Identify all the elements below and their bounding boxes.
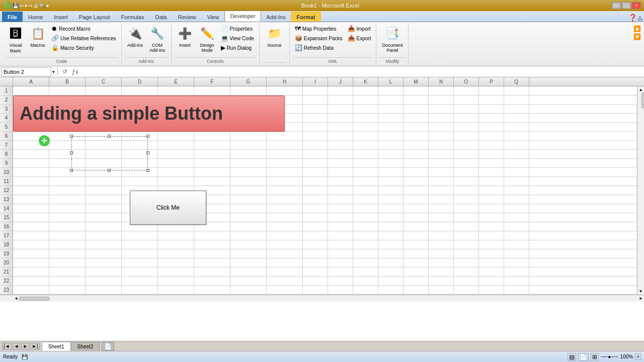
grid-cell[interactable]: [194, 267, 230, 276]
grid-cell[interactable]: [353, 204, 378, 213]
grid-cell[interactable]: [13, 150, 49, 158]
tab-view[interactable]: View: [202, 12, 225, 22]
grid-cell[interactable]: [454, 195, 479, 204]
page-layout-view-button[interactable]: 📄: [578, 353, 589, 361]
grid-cell[interactable]: [429, 277, 454, 285]
grid-cell[interactable]: [504, 286, 529, 294]
grid-cell[interactable]: [86, 258, 122, 267]
grid-cell[interactable]: [230, 195, 267, 204]
grid-cell[interactable]: [378, 195, 404, 204]
grid-cell[interactable]: [479, 150, 504, 158]
grid-cell[interactable]: [230, 267, 267, 276]
grid-cell[interactable]: [454, 267, 479, 276]
grid-cell[interactable]: [378, 240, 404, 249]
row-num-13[interactable]: 13: [0, 195, 13, 204]
grid-cell[interactable]: [194, 249, 230, 258]
grid-cell[interactable]: [230, 258, 267, 267]
grid-cell[interactable]: [267, 177, 303, 186]
grid-cell[interactable]: [429, 258, 454, 267]
grid-cell[interactable]: [13, 267, 49, 276]
grid-cell[interactable]: [267, 186, 303, 195]
grid-cell[interactable]: [404, 258, 429, 267]
expansion-packs-button[interactable]: 📦 Expansion Packs: [293, 34, 345, 43]
grid-cell[interactable]: [479, 96, 504, 104]
grid-cell[interactable]: [429, 123, 454, 131]
grid-cell[interactable]: [267, 267, 303, 276]
grid-cell[interactable]: [504, 222, 529, 231]
grid-cell[interactable]: [404, 267, 429, 276]
grid-cell[interactable]: [378, 123, 404, 131]
row-num-18[interactable]: 18: [0, 240, 13, 249]
col-header-a[interactable]: A: [13, 77, 49, 86]
ribbon-collapse-icon[interactable]: △: [638, 15, 642, 21]
last-sheet-button[interactable]: ►|: [30, 343, 40, 349]
grid-cell[interactable]: [303, 141, 328, 149]
col-header-b[interactable]: B: [49, 77, 86, 86]
grid-cell[interactable]: [429, 150, 454, 158]
tab-file[interactable]: File: [2, 12, 23, 22]
handle-tm[interactable]: [108, 135, 111, 138]
grid-cell[interactable]: [267, 141, 303, 149]
grid-cell[interactable]: [353, 222, 378, 231]
design-mode-button[interactable]: ✏️ DesignMode: [197, 24, 218, 54]
first-sheet-button[interactable]: |◄: [2, 343, 12, 349]
grid-cell[interactable]: [122, 249, 158, 258]
grid-cell[interactable]: [328, 159, 353, 167]
grid-cell[interactable]: [429, 222, 454, 231]
grid-cell[interactable]: [429, 249, 454, 258]
name-box-dropdown[interactable]: ▾: [52, 69, 55, 74]
grid-cell[interactable]: [454, 132, 479, 140]
grid-cell[interactable]: [404, 231, 429, 240]
handle-mr[interactable]: [146, 151, 149, 154]
grid-cell[interactable]: [353, 105, 378, 113]
grid-cell[interactable]: [86, 86, 122, 95]
grid-cell[interactable]: [429, 267, 454, 276]
grid-cell[interactable]: [454, 286, 479, 294]
grid-cell[interactable]: [303, 186, 328, 195]
ribbon-help-icon[interactable]: ❓: [628, 14, 637, 22]
grid-cell[interactable]: [303, 159, 328, 167]
grid-cell[interactable]: [122, 240, 158, 249]
map-properties-button[interactable]: 🗺 Map Properties: [293, 24, 345, 33]
grid-cell[interactable]: [479, 258, 504, 267]
grid-cell[interactable]: [353, 96, 378, 104]
grid-cell[interactable]: [49, 267, 86, 276]
grid-cell[interactable]: [378, 114, 404, 122]
grid-cell[interactable]: [479, 114, 504, 122]
grid-cell[interactable]: [353, 86, 378, 95]
insert-sheet-button[interactable]: 📄: [102, 342, 114, 351]
grid-cell[interactable]: [404, 114, 429, 122]
grid-cell[interactable]: [378, 177, 404, 186]
grid-cell[interactable]: [303, 213, 328, 222]
grid-cell[interactable]: [378, 258, 404, 267]
window-controls[interactable]: — □ ✕: [612, 2, 641, 9]
grid-cell[interactable]: [479, 195, 504, 204]
export-button[interactable]: 📤 Export: [346, 34, 373, 43]
grid-cell[interactable]: [404, 222, 429, 231]
row-num-1[interactable]: 1: [0, 86, 13, 96]
grid-cell[interactable]: [353, 141, 378, 149]
grid-cell[interactable]: [504, 132, 529, 140]
grid-cell[interactable]: [194, 240, 230, 249]
grid-cell[interactable]: [404, 96, 429, 104]
grid-cell[interactable]: [86, 177, 122, 186]
row-num-8[interactable]: 8: [0, 150, 13, 159]
grid-cell[interactable]: [13, 186, 49, 195]
grid-cell[interactable]: [158, 86, 194, 95]
grid-cell[interactable]: [303, 277, 328, 285]
maximize-button[interactable]: □: [622, 2, 631, 9]
col-header-g[interactable]: G: [230, 77, 267, 86]
scroll-up-button[interactable]: ▲: [638, 86, 644, 93]
grid-cell[interactable]: [230, 141, 267, 149]
grid-cell[interactable]: [158, 150, 194, 158]
document-panel-button[interactable]: 📑 DocumentPanel: [379, 24, 405, 54]
grid-cell[interactable]: [328, 231, 353, 240]
grid-cell[interactable]: [404, 277, 429, 285]
grid-cell[interactable]: [49, 231, 86, 240]
col-header-c[interactable]: C: [86, 77, 122, 86]
col-header-m[interactable]: M: [404, 77, 429, 86]
grid-cell[interactable]: [504, 105, 529, 113]
grid-cell[interactable]: [378, 249, 404, 258]
grid-cell[interactable]: [267, 222, 303, 231]
grid-cell[interactable]: [353, 150, 378, 158]
